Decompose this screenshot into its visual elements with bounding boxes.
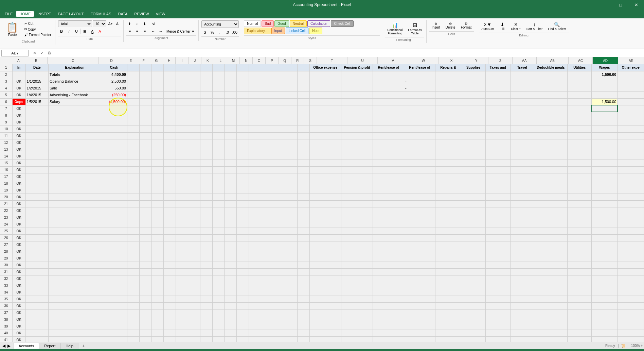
cell-M29[interactable] — [225, 255, 237, 262]
tab-next-button[interactable]: ▶ — [6, 344, 12, 348]
cell-U24[interactable] — [341, 221, 373, 228]
cell-AB11[interactable] — [534, 132, 568, 139]
cell-B1[interactable]: Date — [25, 64, 48, 71]
cell-AB4[interactable] — [534, 85, 568, 91]
cell-N11[interactable] — [237, 132, 249, 139]
cell-G22[interactable] — [151, 207, 164, 214]
cell-AB33[interactable] — [534, 282, 568, 289]
cell-AC31[interactable] — [568, 268, 592, 275]
row-number[interactable]: 14 — [0, 153, 12, 160]
cell-U31[interactable] — [341, 268, 373, 275]
cell-D2[interactable]: 4,400.00 — [101, 71, 127, 78]
cell-AD33[interactable] — [592, 282, 618, 289]
cell-Z30[interactable] — [486, 262, 510, 268]
cell-G37[interactable] — [151, 309, 164, 316]
cell-T7[interactable] — [309, 105, 341, 112]
cell-AE12[interactable] — [618, 139, 644, 146]
cell-M15[interactable] — [225, 160, 237, 166]
cell-L23[interactable] — [212, 214, 225, 221]
cell-AB22[interactable] — [534, 207, 568, 214]
cell-F31[interactable] — [139, 268, 151, 275]
cell-R35[interactable] — [285, 296, 298, 302]
insert-button[interactable]: ⊕ Insert — [429, 20, 443, 31]
cell-H32[interactable] — [164, 275, 176, 282]
cell-AA5[interactable] — [510, 91, 534, 98]
cell-W28[interactable] — [404, 248, 435, 255]
cell-B10[interactable] — [25, 126, 48, 132]
cell-F23[interactable] — [139, 214, 151, 221]
cell-W23[interactable] — [404, 214, 435, 221]
cell-Q36[interactable] — [273, 302, 285, 309]
row-number[interactable]: 9 — [0, 119, 12, 126]
cell-AA23[interactable] — [510, 214, 534, 221]
cell-M18[interactable] — [225, 180, 237, 187]
cell-Z40[interactable] — [486, 330, 510, 336]
cell-B29[interactable] — [25, 255, 48, 262]
cell-V32[interactable] — [373, 275, 404, 282]
cell-Q12[interactable] — [273, 139, 285, 146]
cell-AE18[interactable] — [618, 180, 644, 187]
cell-AB23[interactable] — [534, 214, 568, 221]
cell-I17[interactable] — [176, 173, 188, 180]
row-number[interactable]: 34 — [0, 289, 12, 296]
cell-G40[interactable] — [151, 330, 164, 336]
cell-AC13[interactable] — [568, 146, 592, 153]
cell-X36[interactable] — [435, 302, 461, 309]
cell-K15[interactable] — [200, 160, 212, 166]
cell-U7[interactable] — [341, 105, 373, 112]
cell-D34[interactable] — [101, 289, 127, 296]
cell-J11[interactable] — [188, 132, 200, 139]
cell-AC30[interactable] — [568, 262, 592, 268]
cell-I4[interactable] — [176, 85, 188, 91]
cell-AC19[interactable] — [568, 187, 592, 194]
cell-J15[interactable] — [188, 160, 200, 166]
cell-V14[interactable] — [373, 153, 404, 160]
cell-F38[interactable] — [139, 316, 151, 323]
cell-S32[interactable] — [298, 275, 310, 282]
cell-X40[interactable] — [435, 330, 461, 336]
cell-B40[interactable] — [25, 330, 48, 336]
cell-AD29[interactable] — [592, 255, 618, 262]
cell-Z2[interactable] — [486, 71, 510, 78]
cell-Y12[interactable] — [461, 139, 486, 146]
cell-B25[interactable] — [25, 228, 48, 234]
cell-A18[interactable]: OK — [12, 180, 25, 187]
cell-O31[interactable] — [249, 268, 261, 275]
cell-Z36[interactable] — [486, 302, 510, 309]
cell-F19[interactable] — [139, 187, 151, 194]
cell-F20[interactable] — [139, 194, 151, 200]
cell-E30[interactable] — [127, 262, 139, 268]
cell-Y22[interactable] — [461, 207, 486, 214]
cell-J30[interactable] — [188, 262, 200, 268]
cell-AB37[interactable] — [534, 309, 568, 316]
cell-Y4[interactable] — [461, 85, 486, 91]
row-number[interactable]: 38 — [0, 316, 12, 323]
cell-J21[interactable] — [188, 200, 200, 207]
cell-Y17[interactable] — [461, 173, 486, 180]
cell-O19[interactable] — [249, 187, 261, 194]
format-as-table-button[interactable]: ⊞ Format asTable — [406, 20, 424, 36]
cell-V8[interactable] — [373, 112, 404, 119]
cell-Z34[interactable] — [486, 289, 510, 296]
cell-G36[interactable] — [151, 302, 164, 309]
cell-W4[interactable]: - — [404, 85, 435, 91]
cell-J20[interactable] — [188, 194, 200, 200]
cell-H39[interactable] — [164, 323, 176, 330]
cell-B13[interactable] — [25, 146, 48, 153]
cell-N34[interactable] — [237, 289, 249, 296]
cell-O33[interactable] — [249, 282, 261, 289]
cell-Q41[interactable] — [273, 336, 285, 342]
cell-U14[interactable] — [341, 153, 373, 160]
cell-S3[interactable] — [298, 78, 310, 85]
cell-J36[interactable] — [188, 302, 200, 309]
cell-C39[interactable] — [48, 323, 101, 330]
cell-M41[interactable] — [225, 336, 237, 342]
cell-H26[interactable] — [164, 234, 176, 241]
cell-C38[interactable] — [48, 316, 101, 323]
cell-AD25[interactable] — [592, 228, 618, 234]
cell-AA32[interactable] — [510, 275, 534, 282]
cell-AD16[interactable] — [592, 166, 618, 173]
cell-X14[interactable] — [435, 153, 461, 160]
cell-Y29[interactable] — [461, 255, 486, 262]
cell-E20[interactable] — [127, 194, 139, 200]
